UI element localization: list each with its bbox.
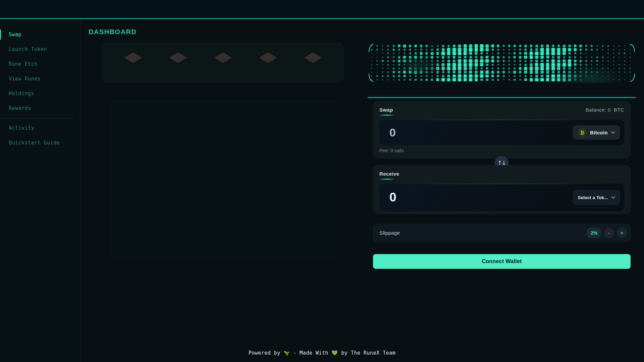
- footer-prefix: Powered by: [249, 350, 284, 356]
- receive-panel: Receive 0 Select a Tok...: [373, 165, 631, 214]
- swap-amount-row: 0 ₿ Bitcoin: [379, 120, 624, 145]
- swap-amount-input[interactable]: 0: [389, 126, 396, 139]
- sidebar-item-view-runes[interactable]: View Runes: [0, 73, 80, 84]
- sidebar-item-label: Rune Etch: [9, 61, 38, 67]
- token-select-button[interactable]: ₿ Bitcoin: [573, 125, 620, 139]
- receive-amount-row: 0 Select a Tok...: [379, 184, 624, 211]
- sidebar-item-holdings[interactable]: Holdings: [0, 88, 80, 99]
- banner-glow-blob: [389, 52, 449, 79]
- sidebar-item-activity[interactable]: Activity: [0, 122, 80, 134]
- diamond-placeholder: [170, 52, 186, 64]
- sidebar-item-label: Activity: [9, 125, 34, 131]
- select-token-button[interactable]: Select a Tok...: [573, 190, 620, 205]
- sidebar-divider: [0, 118, 73, 118]
- page-title: DASHBOARD: [89, 28, 137, 36]
- sidebar-item-label: Swap: [9, 32, 21, 38]
- balance-text: Balance: 0 BTC: [586, 107, 624, 113]
- sidebar-item-label: Launch Token: [9, 46, 47, 52]
- diamond-placeholder: [215, 52, 231, 64]
- slippage-decrease-button[interactable]: -: [604, 228, 614, 238]
- runex-app: Swap Launch Token Rune Etch View Runes H…: [0, 0, 644, 362]
- slippage-bar: Slippage 2% - +: [373, 224, 631, 242]
- footer-text: Powered by 🦖 - Made With 💚 by The RuneX …: [0, 350, 644, 356]
- sidebar-item-launch-token[interactable]: Launch Token: [0, 44, 80, 55]
- sidebar-item-label: Rewards: [9, 105, 31, 111]
- receive-section-label: Receive: [379, 171, 399, 180]
- slippage-increase-button[interactable]: +: [617, 228, 627, 238]
- swap-section-label: Swap: [379, 107, 394, 116]
- stats-placeholder-card: [103, 43, 343, 82]
- chart-placeholder-card: [111, 101, 335, 258]
- diamond-placeholder: [260, 52, 276, 64]
- chevron-down-icon: [611, 131, 615, 134]
- sidebar-item-quickstart-guide[interactable]: Quickstart Guide: [0, 137, 80, 148]
- slippage-value: 2%: [587, 228, 601, 238]
- bitcoin-icon: ₿: [578, 128, 587, 137]
- sidebar-item-label: Holdings: [9, 90, 34, 97]
- diamond-placeholder: [125, 52, 141, 64]
- fee-text: Fee: 0 sats: [379, 148, 624, 153]
- divider-line: [368, 97, 636, 98]
- sidebar-item-swap[interactable]: Swap: [0, 29, 80, 40]
- swap-panel: Swap Balance: 0 BTC 0 ₿ Bitcoin Fee: 0 s…: [373, 101, 631, 158]
- diamond-placeholder: [305, 52, 321, 64]
- sidebar: Swap Launch Token Rune Etch View Runes H…: [0, 19, 80, 362]
- sidebar-item-label: View Runes: [9, 76, 41, 82]
- slippage-label: Slippage: [379, 230, 400, 236]
- sidebar-item-label: Quickstart Guide: [9, 140, 60, 146]
- slippage-controls: 2% - +: [587, 228, 627, 238]
- footer-mid: - Made With: [290, 350, 332, 356]
- select-token-label: Select a Tok...: [578, 195, 608, 200]
- connect-wallet-button[interactable]: Connect Wallet: [373, 254, 631, 269]
- chevron-down-icon: [611, 196, 615, 199]
- token-name: Bitcoin: [590, 130, 608, 135]
- dot-matrix-banner: [368, 43, 636, 83]
- top-header: [0, 0, 644, 19]
- sidebar-item-rune-etch[interactable]: Rune Etch: [0, 58, 80, 70]
- receive-amount-input[interactable]: 0: [389, 190, 396, 204]
- footer-suffix: by The RuneX Team: [338, 350, 396, 356]
- sidebar-item-rewards[interactable]: Rewards: [0, 103, 80, 114]
- trex-emoji: 🦖: [283, 350, 290, 356]
- green-heart-emoji: 💚: [332, 350, 338, 356]
